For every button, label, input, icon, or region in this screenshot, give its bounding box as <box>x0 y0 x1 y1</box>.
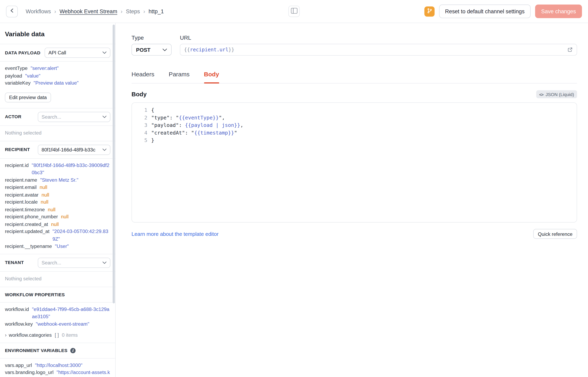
variable-row: vars.branding.logo_url "https://account-… <box>5 369 110 377</box>
tenant-search-select[interactable]: Search... <box>38 257 110 268</box>
url-input[interactable]: {{recipient.url}} <box>180 44 577 56</box>
variable-key: workflow.key <box>5 320 33 328</box>
categories-count: 0 items <box>62 331 78 339</box>
code-line[interactable]: 4"createdAt": "{{timestamp}}" <box>132 129 577 137</box>
variable-value: "80f1f4bf-166d-48f9-b33c-39009df20bc3" <box>32 162 110 176</box>
request-config-row: Type POST URL {{recipient.url}} <box>131 35 577 56</box>
actor-search-placeholder: Search... <box>42 114 100 120</box>
workflow-categories-row[interactable]: › workflow.categories [ ] 0 items <box>5 331 110 339</box>
variable-value: "e91ddae4-7f99-45cb-a688-3c129aae3105" <box>32 306 110 320</box>
variable-row: payload "value" <box>5 72 110 79</box>
data-payload-select[interactable]: API Call <box>45 47 110 58</box>
type-field-group: Type POST <box>131 35 172 56</box>
language-label: JSON (Liquid) <box>545 92 574 97</box>
top-bar: Workflows › Webhook Event Stream › Steps… <box>0 0 588 23</box>
variable-row: workflow.id "e91ddae4-7f99-45cb-a688-3c1… <box>5 306 110 320</box>
variable-key: recipient.id <box>5 162 29 176</box>
variable-row: recipient.locale null <box>5 198 110 206</box>
variable-row: recipient.id "80f1f4bf-166d-48f9-b33c-39… <box>5 162 110 176</box>
breadcrumb-steps[interactable]: Steps <box>126 8 140 14</box>
breadcrumb: Workflows › Webhook Event Stream › Steps… <box>26 8 164 14</box>
edit-preview-data-button[interactable]: Edit preview data <box>5 93 51 102</box>
variable-value: "http://localhost:3000" <box>35 361 110 369</box>
categories-brackets: [ ] <box>55 331 59 339</box>
variable-value: "Preview data value" <box>34 79 110 87</box>
line-number: 3 <box>132 121 147 129</box>
code-line[interactable]: 1{ <box>132 106 577 114</box>
http-method-select[interactable]: POST <box>131 44 172 56</box>
info-icon[interactable]: i <box>70 348 75 353</box>
variable-key: recipient.updated_at <box>5 228 49 242</box>
variable-row: recipient.name "Steven Metz Sr." <box>5 176 110 184</box>
tenant-search-placeholder: Search... <box>42 260 100 265</box>
breadcrumb-workflow-name[interactable]: Webhook Event Stream <box>59 8 117 14</box>
workflow-categories-container: › workflow.categories [ ] 0 items <box>0 331 115 342</box>
variable-key: recipient.timezone <box>5 206 45 213</box>
reset-channel-settings-button[interactable]: Reset to default channel settings <box>439 5 530 18</box>
breadcrumb-workflows[interactable]: Workflows <box>26 8 51 14</box>
url-field-label: URL <box>180 35 577 41</box>
top-bar-actions: Reset to default channel settings Save c… <box>424 5 582 18</box>
breadcrumb-separator: › <box>121 8 122 14</box>
variable-value: "2024-03-05T00:42:29.839Z" <box>52 228 110 242</box>
editor-footer: Learn more about the template editor Qui… <box>131 229 577 239</box>
sidebar-scrollbar[interactable] <box>113 24 115 303</box>
line-number: 1 <box>132 106 147 114</box>
chevron-down-icon <box>102 51 106 54</box>
code-editor[interactable]: 1{2"type": "{{eventType}}",3"payload": {… <box>131 102 577 223</box>
recipient-select[interactable]: 80f1f4bf-166d-48f9-b33c <box>38 145 110 155</box>
workflow-properties-list: workflow.id "e91ddae4-7f99-45cb-a688-3c1… <box>0 303 115 331</box>
variable-row: recipient.updated_at "2024-03-05T00:42:2… <box>5 228 110 242</box>
variable-value: "value" <box>25 72 110 79</box>
panel-toggle-button[interactable] <box>288 6 300 17</box>
code-icon: <> <box>539 92 543 97</box>
actor-row: ACTOR Search... <box>0 108 115 125</box>
variable-value: null <box>41 198 110 206</box>
pending-changes-badge[interactable] <box>424 6 435 16</box>
recipient-label: RECIPIENT <box>5 147 30 152</box>
line-number: 4 <box>132 129 147 137</box>
tab-params[interactable]: Params <box>169 71 189 83</box>
url-variable: recipient.url <box>190 47 228 53</box>
panel-toggle-icon <box>291 8 297 15</box>
data-payload-label: DATA PAYLOAD <box>5 50 40 55</box>
http-method-value: POST <box>136 47 151 53</box>
save-changes-button[interactable]: Save changes <box>535 5 582 18</box>
variable-key: vars.app_url <box>5 361 32 369</box>
code-line[interactable]: 5} <box>132 136 577 144</box>
template-editor-docs-link[interactable]: Learn more about the template editor <box>131 231 219 237</box>
type-field-label: Type <box>131 35 172 41</box>
code-line[interactable]: 3"payload": {{payload | json}}, <box>132 121 577 129</box>
code-text: "type": "{{eventType}}", <box>147 114 225 121</box>
body-panel-title: Body <box>131 91 147 98</box>
variable-value: "https://account-assets.knock.app/42d161… <box>57 369 110 377</box>
actor-empty-state: Nothing selected <box>0 126 115 141</box>
variable-value: "User" <box>55 242 110 250</box>
back-button[interactable] <box>6 5 18 17</box>
breadcrumb-step-name: http_1 <box>148 8 164 14</box>
request-editor-panel: Type POST URL {{recipient.url}} <box>116 23 588 377</box>
code-text: "createdAt": "{{timestamp}}" <box>147 129 237 137</box>
code-line[interactable]: 2"type": "{{eventType}}", <box>132 114 577 121</box>
url-field-group: URL {{recipient.url}} <box>180 35 577 56</box>
variable-row: recipient.timezone null <box>5 206 110 213</box>
chevron-down-icon <box>163 48 167 51</box>
variable-data-sidebar: Variable data DATA PAYLOAD API Call even… <box>0 23 116 377</box>
variable-row: variableKey "Preview data value" <box>5 79 110 87</box>
variable-key: payload <box>5 72 22 79</box>
actor-label: ACTOR <box>5 114 21 119</box>
actor-search-select[interactable]: Search... <box>38 112 110 122</box>
tenant-label: TENANT <box>5 260 24 265</box>
recipient-row: RECIPIENT 80f1f4bf-166d-48f9-b33c <box>0 141 115 158</box>
variable-value: null <box>48 206 110 213</box>
back-arrow-icon <box>9 8 15 15</box>
variable-key: workflow.categories <box>9 331 52 339</box>
recipient-variables-list: recipient.id "80f1f4bf-166d-48f9-b33c-39… <box>0 158 115 254</box>
external-link-icon[interactable] <box>567 47 573 53</box>
tab-headers[interactable]: Headers <box>131 71 154 83</box>
tab-body[interactable]: Body <box>204 71 219 83</box>
variable-value: "Steven Metz Sr." <box>40 176 110 184</box>
git-branch-icon <box>426 8 432 15</box>
variable-key: recipient.avatar <box>5 191 38 198</box>
quick-reference-button[interactable]: Quick reference <box>533 229 577 239</box>
